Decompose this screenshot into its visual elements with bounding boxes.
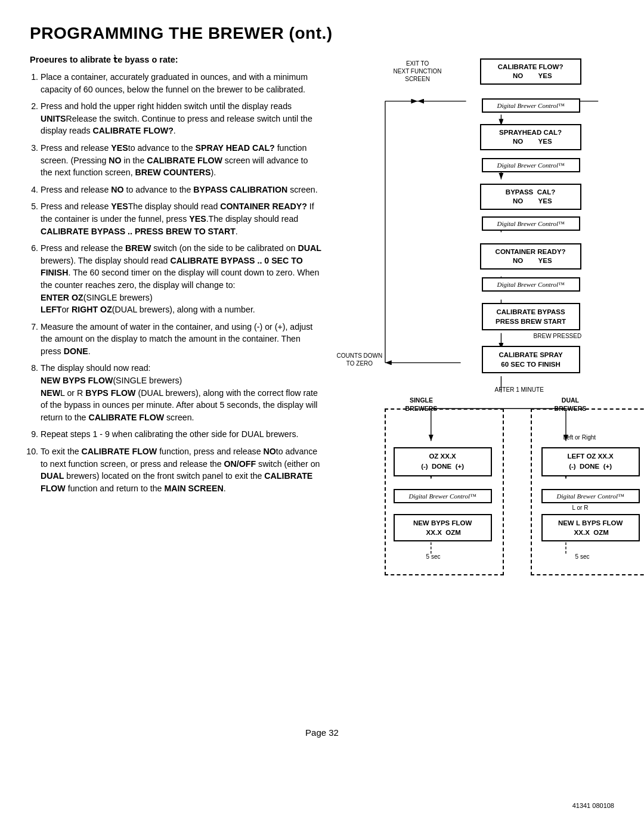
bypass-cal-box: BYPASS CAL? NO YES <box>480 184 581 210</box>
after-1-minute-label: AFTER 1 MINUTE <box>495 386 544 393</box>
counts-down-label: COUNTS DOWNTO ZERO <box>337 352 383 367</box>
footer-code: 41341 080108 <box>572 802 614 809</box>
dashed-dual-box <box>531 408 644 575</box>
step-1: Place a container, accurately graduated … <box>41 71 322 95</box>
logo3: Digital Brewer Control™ <box>482 216 580 231</box>
footer-page-number: Page 32 <box>30 727 614 738</box>
sprayhead-cal-box: SPRAYHEAD CAL? NO YES <box>480 124 581 150</box>
step-4: Press and release NO to advance to the B… <box>41 184 322 196</box>
step-8: The display should now read: NEW BYPS FL… <box>41 362 322 423</box>
right-column: CALIBRATE FLOW? NO YES EXIT TONEXT FUNCT… <box>334 54 614 710</box>
step-6: Press and release the BREW switch (on th… <box>41 242 322 316</box>
calibrate-bypass-box: CALIBRATE BYPASSPRESS BREW START <box>482 303 580 330</box>
page-title: PROGRAMMING THE BREWER (ont.) <box>30 24 614 43</box>
step-5: Press and release YESThe display should … <box>41 200 322 237</box>
calibrate-flow-box: CALIBRATE FLOW? NO YES <box>480 58 581 85</box>
step-10: To exit the CALIBRATE FLOW function, pre… <box>41 445 322 494</box>
left-column: Proeures to alibrate t̀e byass o rate: P… <box>30 54 334 710</box>
intro-text: Proeures to alibrate t̀e byass o rate: <box>30 54 322 66</box>
exit-to-label: EXIT TONEXT FUNCTIONSCREEN <box>394 60 442 83</box>
step-3: Press and release YESto advance to the S… <box>41 142 322 179</box>
calibrate-spray-box: CALIBRATE SPRAY60 SEC TO FINISH <box>482 346 580 373</box>
step-7: Measure the amount of water in the conta… <box>41 321 322 358</box>
flowchart: CALIBRATE FLOW? NO YES EXIT TONEXT FUNCT… <box>334 54 614 710</box>
step-2: Press and hold the upper right hidden sw… <box>41 100 322 137</box>
page-footer: Page 32 41341 080108 <box>30 727 614 738</box>
brew-pressed-label: BREW PRESSED <box>534 333 582 339</box>
dashed-single-box <box>385 408 504 575</box>
logo4: Digital Brewer Control™ <box>482 277 580 292</box>
step-9: Repeat steps 1 - 9 when calibrating the … <box>41 428 322 441</box>
logo2: Digital Brewer Control™ <box>482 158 580 172</box>
logo1: Digital Brewer Control™ <box>482 98 580 113</box>
calibrate-flow-label: CALIBRATE FLOW? NO YES <box>486 63 575 80</box>
steps-list: Place a container, accurately graduated … <box>30 71 322 494</box>
container-ready-box: CONTAINER READY? NO YES <box>480 243 581 270</box>
